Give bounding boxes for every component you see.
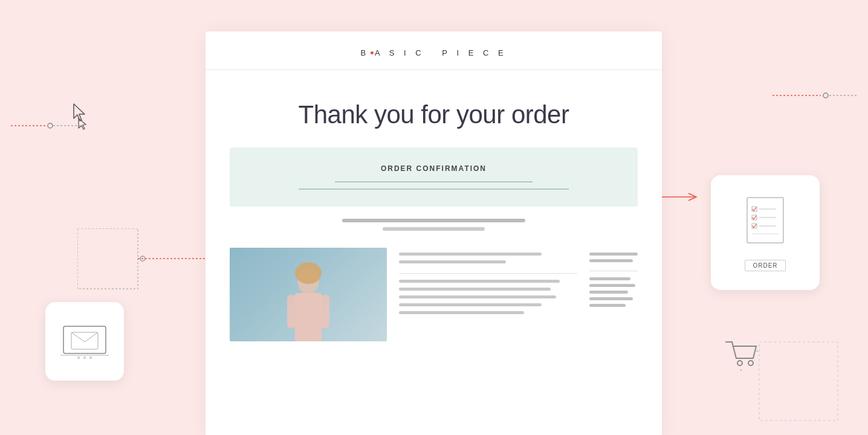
brand-logo: BA S I C P I E C E — [230, 48, 638, 57]
svg-rect-34 — [287, 295, 296, 328]
product-row — [230, 248, 638, 341]
svg-point-13 — [748, 361, 753, 366]
price-line-3 — [589, 277, 630, 280]
price-line-4 — [589, 284, 635, 287]
svg-rect-33 — [295, 293, 322, 341]
order-confirmation-card: ORDER — [711, 175, 820, 290]
svg-rect-16 — [759, 342, 838, 420]
main-email-card: BA S I C P I E C E Thank you for your or… — [206, 31, 662, 435]
cursor-decoration — [71, 103, 89, 126]
deco-bracket-left — [77, 228, 210, 303]
svg-point-20 — [83, 356, 86, 359]
svg-point-5 — [823, 93, 828, 98]
svg-point-12 — [737, 361, 742, 366]
ph-line-2 — [383, 227, 485, 231]
order-button: ORDER — [745, 260, 785, 271]
banner-divider-1 — [335, 181, 533, 182]
deco-line-right — [772, 89, 857, 102]
detail-line-2 — [399, 260, 506, 263]
detail-line-4 — [399, 288, 551, 291]
svg-rect-7 — [77, 228, 138, 289]
price-line-2 — [589, 259, 633, 262]
detail-line-7 — [399, 311, 524, 314]
deco-line-cursor — [11, 117, 89, 135]
svg-rect-35 — [321, 295, 329, 328]
ph-line-1 — [342, 219, 526, 222]
svg-point-21 — [89, 356, 92, 359]
product-image — [230, 248, 387, 341]
placeholder-section — [206, 207, 662, 242]
price-line-6 — [589, 297, 633, 300]
order-confirmation-banner: ORDER CONFIRMATION — [230, 147, 638, 207]
svg-point-9 — [140, 256, 145, 261]
svg-point-32 — [295, 262, 322, 284]
order-confirmation-label: ORDER CONFIRMATION — [254, 164, 614, 173]
svg-marker-3 — [79, 118, 86, 129]
email-card — [45, 302, 124, 381]
detail-line-3 — [399, 280, 560, 283]
thank-you-title: Thank you for your order — [230, 100, 638, 129]
banner-divider-2 — [299, 188, 568, 190]
detail-line-1 — [399, 253, 542, 256]
thank-you-section: Thank you for your order — [206, 70, 662, 147]
card-header: BA S I C P I E C E — [206, 31, 662, 70]
detail-line-6 — [399, 303, 542, 306]
svg-point-19 — [77, 356, 80, 359]
cart-icon — [723, 339, 759, 375]
price-line-7 — [589, 304, 626, 307]
price-line-5 — [589, 291, 628, 294]
svg-point-1 — [48, 123, 53, 128]
price-column — [589, 248, 638, 341]
detail-line-5 — [399, 295, 556, 298]
price-line-1 — [589, 253, 638, 256]
product-details — [399, 248, 577, 341]
